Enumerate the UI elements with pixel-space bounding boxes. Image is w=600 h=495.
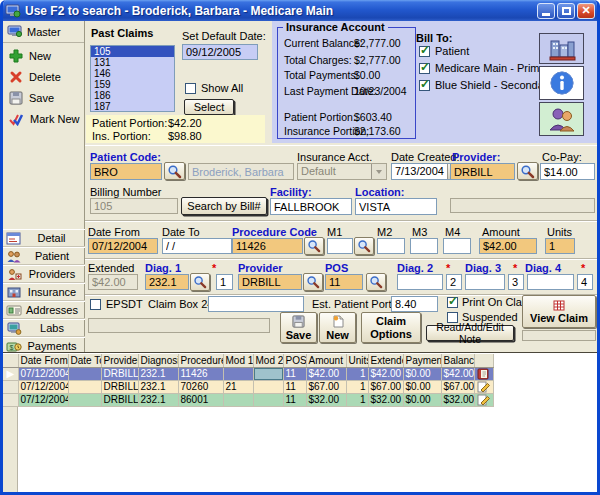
- row-selector[interactable]: [3, 393, 18, 406]
- sidebar-item-addresses[interactable]: Addresses: [3, 301, 85, 319]
- facility-input[interactable]: [270, 198, 352, 215]
- cell-mod1[interactable]: [223, 393, 253, 406]
- patient-code-search-button[interactable]: [164, 162, 185, 180]
- cell-provider[interactable]: DRBILL: [101, 393, 138, 406]
- cell-mod2-active[interactable]: [253, 367, 283, 380]
- facility-button[interactable]: [539, 33, 584, 64]
- show-all-checkbox[interactable]: [185, 83, 196, 94]
- cell-mod1[interactable]: [223, 367, 253, 380]
- row-selector[interactable]: [3, 380, 18, 393]
- bill-to-patient-checkbox[interactable]: [419, 46, 430, 57]
- cell-pos[interactable]: 11: [283, 380, 306, 393]
- date-from-input[interactable]: [88, 238, 158, 254]
- epsdt-checkbox[interactable]: [90, 299, 101, 310]
- claim-box-input[interactable]: [208, 296, 304, 312]
- provider-input[interactable]: [450, 163, 515, 180]
- search-by-bill-button[interactable]: Search by Bill#: [181, 197, 267, 215]
- close-button[interactable]: ✕: [577, 3, 595, 19]
- select-button[interactable]: Select: [184, 99, 234, 115]
- bill-to-medicare-checkbox[interactable]: [419, 63, 430, 74]
- cell-date-from[interactable]: 07/12/2004: [18, 393, 68, 406]
- cell-procedure[interactable]: 70260: [178, 380, 223, 393]
- cell-mod1[interactable]: 21: [223, 380, 253, 393]
- pos-input[interactable]: [325, 274, 363, 290]
- cell-balance[interactable]: $32.00: [441, 393, 474, 406]
- maximize-button[interactable]: [557, 3, 575, 19]
- print-on-claim-checkbox[interactable]: [447, 297, 458, 308]
- sidebar-item-providers[interactable]: Providers: [3, 265, 85, 283]
- col-header[interactable]: Date From: [18, 354, 68, 367]
- col-header[interactable]: Date To: [68, 354, 101, 367]
- cell-diagnosis[interactable]: 232.1: [138, 380, 178, 393]
- cell-extended[interactable]: $42.00: [368, 367, 403, 380]
- col-header[interactable]: Diagnosis: [138, 354, 178, 367]
- pos-search-button[interactable]: [366, 273, 386, 291]
- cell-payments[interactable]: $0.00: [403, 380, 441, 393]
- cell-date-to[interactable]: [68, 367, 101, 380]
- cell-mod2[interactable]: [253, 380, 283, 393]
- cell-date-from[interactable]: 07/12/2004: [18, 380, 68, 393]
- col-header[interactable]: Mod 1: [223, 354, 253, 367]
- cell-amount[interactable]: $42.00: [306, 367, 346, 380]
- past-claim-item[interactable]: 131: [91, 57, 174, 68]
- new-button[interactable]: New: [9, 47, 51, 65]
- cell-extended[interactable]: $32.00: [368, 393, 403, 406]
- table-row[interactable]: 07/12/2004 DRBILL 232.1 86001 11 $32.00 …: [3, 393, 493, 406]
- cell-procedure[interactable]: 86001: [178, 393, 223, 406]
- sidebar-item-detail[interactable]: Detail: [3, 229, 85, 247]
- diag1-order-input[interactable]: [216, 274, 233, 290]
- patients-button[interactable]: [539, 102, 584, 136]
- units-input[interactable]: [545, 238, 575, 254]
- past-claim-item[interactable]: 159: [91, 79, 174, 90]
- col-header[interactable]: Amount: [306, 354, 346, 367]
- col-header[interactable]: Balance: [441, 354, 474, 367]
- info-button[interactable]: [539, 66, 584, 100]
- cell-extended[interactable]: $67.00: [368, 380, 403, 393]
- line-provider-input[interactable]: [238, 274, 302, 290]
- sidebar-master-tab[interactable]: Master: [3, 21, 84, 43]
- bill-to-blueshield-checkbox[interactable]: [419, 80, 430, 91]
- amount-input[interactable]: [479, 238, 537, 254]
- cell-diagnosis[interactable]: 232.1: [138, 393, 178, 406]
- save-button-sidebar[interactable]: Save: [9, 89, 54, 107]
- past-claim-item[interactable]: 105: [91, 46, 174, 57]
- col-header[interactable]: Extended: [368, 354, 403, 367]
- row-edit-button[interactable]: [474, 393, 493, 406]
- cell-provider[interactable]: DRBILL: [101, 380, 138, 393]
- col-header[interactable]: Payments: [403, 354, 441, 367]
- sidebar-item-labs[interactable]: Labs: [3, 319, 85, 337]
- location-input[interactable]: [355, 198, 437, 215]
- cell-pos[interactable]: 11: [283, 393, 306, 406]
- new-claim-button[interactable]: New: [319, 312, 356, 343]
- diag2-order-input[interactable]: [446, 274, 462, 290]
- table-row[interactable]: ▶ 07/12/2004 DRBILL 232.1 11426 11 $42.0…: [3, 367, 493, 380]
- diag3-input[interactable]: [465, 274, 505, 290]
- cell-diagnosis[interactable]: 232.1: [138, 367, 178, 380]
- cell-balance[interactable]: $67.00: [441, 380, 474, 393]
- past-claim-item[interactable]: 187: [91, 101, 174, 112]
- mark-new-button[interactable]: Mark New: [9, 110, 80, 128]
- table-row[interactable]: 07/12/2004 DRBILL 232.1 70260 21 11 $67.…: [3, 380, 493, 393]
- read-add-edit-note-button[interactable]: Read/Add/Edit Note: [426, 325, 514, 341]
- diag2-input[interactable]: [397, 274, 443, 290]
- view-claim-button[interactable]: View Claim: [522, 295, 596, 328]
- cell-provider[interactable]: DRBILL: [101, 367, 138, 380]
- save-claim-button[interactable]: Save: [280, 312, 317, 343]
- claim-options-button[interactable]: Claim Options: [361, 312, 421, 343]
- cell-units[interactable]: 1: [346, 380, 368, 393]
- diag4-input[interactable]: [527, 274, 574, 290]
- m4-input[interactable]: [443, 238, 471, 254]
- est-patient-portion-input[interactable]: [391, 296, 438, 312]
- past-claim-item[interactable]: 186: [91, 90, 174, 101]
- sidebar-item-patient[interactable]: Patient: [3, 247, 85, 265]
- cell-units[interactable]: 1: [346, 393, 368, 406]
- cell-units[interactable]: 1: [346, 367, 368, 380]
- m1-input[interactable]: [327, 238, 353, 254]
- row-selector[interactable]: ▶: [3, 367, 18, 380]
- past-claim-item[interactable]: 146: [91, 68, 174, 79]
- line-provider-search-button[interactable]: [303, 273, 323, 291]
- cell-payments[interactable]: $0.00: [403, 393, 441, 406]
- cell-date-from[interactable]: 07/12/2004: [18, 367, 68, 380]
- past-claims-listbox[interactable]: 105 131 146 159 186 187: [90, 45, 175, 112]
- diag1-search-button[interactable]: [190, 273, 210, 291]
